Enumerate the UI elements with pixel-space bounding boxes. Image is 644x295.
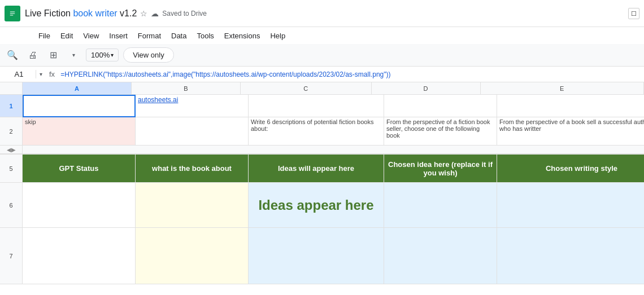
row-resize-handle[interactable]: ◀▶	[0, 146, 23, 154]
col-header-a[interactable]: A	[23, 82, 132, 94]
menu-tools[interactable]: Tools	[192, 30, 218, 42]
minimize-button[interactable]: □	[628, 8, 639, 19]
view-only-button[interactable]: View only	[123, 47, 173, 63]
table-row: 7	[0, 228, 644, 284]
formula-content: =HYPERLINK("https://autosheets.ai",image…	[60, 71, 642, 78]
table-row: 2 skip Write 6 descriptions of potential…	[0, 117, 644, 146]
menu-file[interactable]: File	[34, 30, 55, 42]
cell-d6[interactable]	[384, 183, 497, 228]
table-row: 1 autosheets.ai	[0, 95, 644, 117]
cell-a6[interactable]	[23, 183, 136, 228]
menu-extensions[interactable]: Extensions	[220, 30, 265, 42]
saved-text: Saved to Drive	[162, 10, 207, 17]
cell-d5[interactable]: Chosen idea here (replace it if you wish…	[384, 155, 497, 183]
cell-a7[interactable]	[23, 228, 136, 284]
cell-reference[interactable]: A1	[2, 70, 36, 78]
cell-b2[interactable]	[136, 117, 249, 146]
cell-e2[interactable]: From the perspective of a book sell a su…	[497, 117, 644, 146]
col-header-b[interactable]: B	[132, 82, 241, 94]
search-icon[interactable]: 🔍	[5, 47, 20, 63]
ideas-appear-here-text: Ideas appear here	[249, 183, 384, 227]
grid-body: 1 autosheets.ai 2 skip Write 6 descripti…	[0, 95, 644, 284]
cell-c2[interactable]: Write 6 descriptions of potential fictio…	[249, 117, 384, 146]
menu-data[interactable]: Data	[167, 30, 191, 42]
menu-bar: File Edit View Insert Format Data Tools …	[0, 27, 644, 44]
row-num-1: 1	[0, 95, 23, 117]
row-num-7: 7	[0, 228, 23, 284]
cell-b6[interactable]	[136, 183, 249, 228]
doc-title: Live Fiction book writer v1.2	[25, 8, 137, 19]
title-area: Live Fiction book writer v1.2 ☆ ☁ Saved …	[25, 8, 207, 19]
cell-b7[interactable]	[136, 228, 249, 284]
col-header-c[interactable]: C	[241, 82, 372, 94]
resize-row-spacer	[23, 146, 644, 154]
table-icon[interactable]: ⊞	[45, 47, 61, 63]
menu-insert[interactable]: Insert	[105, 30, 132, 42]
cell-a2[interactable]: skip	[23, 117, 136, 146]
cell-ref-arrow[interactable]: ▾	[38, 71, 43, 77]
cell-e5[interactable]: Chosen writing style	[497, 155, 644, 183]
table-arrow-icon[interactable]: ▾	[66, 47, 81, 63]
row-num-6: 6	[0, 183, 23, 228]
col-header-d[interactable]: D	[372, 82, 481, 94]
table-row: 6 Ideas appear here	[0, 183, 644, 228]
cell-d2[interactable]: From the perspective of a fiction book s…	[384, 117, 497, 146]
cell-d1[interactable]	[384, 95, 497, 117]
cloud-icon: ☁	[151, 9, 159, 18]
menu-edit[interactable]: Edit	[56, 30, 77, 42]
menu-help[interactable]: Help	[266, 30, 290, 42]
cell-e1[interactable]	[497, 95, 644, 117]
autosheets-link[interactable]: autosheets.ai	[138, 96, 178, 104]
cell-e6[interactable]	[497, 183, 644, 228]
cell-b1[interactable]: autosheets.ai	[136, 95, 249, 117]
fx-label: fx	[46, 70, 58, 78]
top-bar: Live Fiction book writer v1.2 ☆ ☁ Saved …	[0, 0, 644, 27]
row-num-5: 5	[0, 155, 23, 183]
cell-e7[interactable]	[497, 228, 644, 284]
row-num-header-spacer	[0, 82, 23, 94]
table-row: 5 GPT Status what is the book about Idea…	[0, 155, 644, 183]
cell-a5[interactable]: GPT Status	[23, 155, 136, 183]
cell-d7[interactable]	[384, 228, 497, 284]
col-header-e[interactable]: E	[481, 82, 644, 94]
cell-b5[interactable]: what is the book about	[136, 155, 249, 183]
formula-bar: A1 ▾ fx =HYPERLINK("https://autosheets.a…	[0, 67, 644, 82]
row-num-2: 2	[0, 117, 23, 146]
menu-view[interactable]: View	[79, 30, 103, 42]
cell-c6[interactable]: Ideas appear here	[249, 183, 384, 228]
toolbar: 🔍 🖨 ⊞ ▾ 100% ▾ View only	[0, 44, 644, 67]
cell-c5[interactable]: Ideas will appear here	[249, 155, 384, 183]
resize-row: ◀▶	[0, 146, 644, 155]
cell-c1[interactable]	[249, 95, 384, 117]
print-icon[interactable]: 🖨	[25, 47, 41, 63]
star-icon[interactable]: ☆	[140, 9, 147, 18]
spreadsheet: A B C D E 1 autosheets.ai 2 skip Write 6	[0, 82, 644, 295]
col-header-row: A B C D E	[0, 82, 644, 95]
app-icon	[5, 6, 20, 21]
zoom-control[interactable]: 100% ▾	[86, 49, 119, 61]
menu-format[interactable]: Format	[133, 30, 166, 42]
cell-c7[interactable]	[249, 228, 384, 284]
cell-a1[interactable]	[23, 95, 136, 117]
